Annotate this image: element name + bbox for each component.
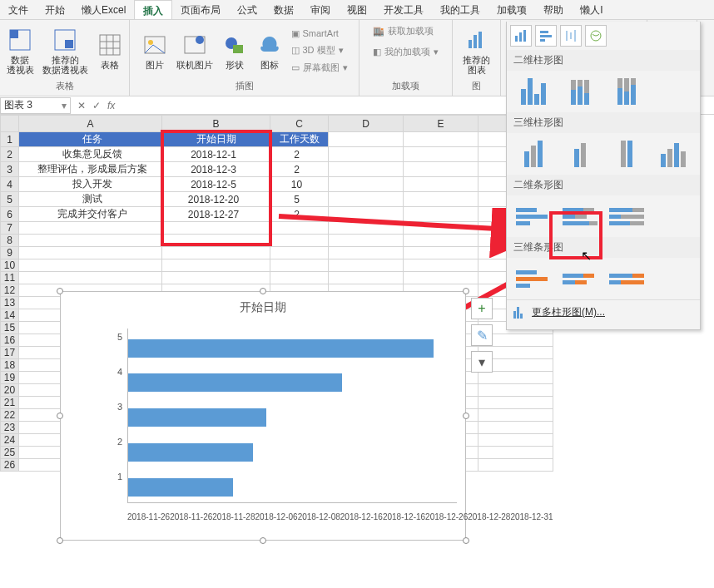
tab-review[interactable]: 审阅	[302, 0, 339, 19]
tab-insert[interactable]: 插入	[134, 0, 172, 19]
tab-view[interactable]: 视图	[339, 0, 375, 19]
tab-addins[interactable]: 加载项	[488, 0, 535, 19]
cell[interactable]: 2018-12-5	[162, 177, 270, 192]
row-header[interactable]: 8	[1, 235, 19, 247]
fx-icon[interactable]: fx	[107, 100, 115, 111]
cell[interactable]: 投入开发	[19, 177, 162, 192]
cell[interactable]: 2018-12-3	[162, 162, 270, 177]
stock-chart-dropdown[interactable]	[560, 25, 582, 47]
row-header[interactable]: 10	[1, 259, 19, 272]
name-box[interactable]: 图表 3 ▾	[0, 97, 71, 114]
icons-button[interactable]: 图标	[255, 30, 285, 72]
tab-formulas[interactable]: 公式	[229, 0, 265, 19]
row-header[interactable]: 17	[1, 347, 19, 359]
chevron-down-icon[interactable]: ▾	[62, 100, 67, 111]
row-header[interactable]: 23	[1, 422, 19, 434]
more-column-charts[interactable]: 更多柱形图(M)...	[507, 299, 700, 324]
row-header[interactable]: 11	[1, 272, 19, 284]
cell[interactable]: 2	[270, 147, 329, 162]
chart-3d-stacked-bar[interactable]	[560, 263, 600, 294]
row-header[interactable]: 7	[1, 222, 19, 235]
row-header[interactable]: 2	[1, 147, 19, 162]
table-button[interactable]: 表格	[95, 30, 125, 72]
cell[interactable]: 收集意见反馈	[19, 147, 162, 162]
row-header[interactable]: 25	[1, 447, 19, 459]
chart-elements-button[interactable]: +	[471, 298, 493, 319]
chart-title[interactable]: 开始日期	[61, 292, 465, 319]
picture-button[interactable]: 图片	[140, 30, 170, 72]
cell[interactable]: 2018-12-27	[162, 207, 270, 222]
my-addins-button[interactable]: ◧我的加载项▾	[371, 44, 440, 60]
chart-3d-stacked-column[interactable]	[560, 138, 600, 170]
row-header[interactable]: 6	[1, 207, 19, 222]
col-header-D[interactable]: D	[329, 116, 404, 132]
col-header-E[interactable]: E	[404, 116, 478, 132]
cell[interactable]	[329, 132, 404, 147]
row-header[interactable]: 3	[1, 162, 19, 177]
cell[interactable]: 2	[270, 162, 329, 177]
row-header[interactable]: 21	[1, 397, 19, 409]
tab-developer[interactable]: 开发工具	[375, 0, 432, 19]
cell[interactable]: 2	[270, 207, 329, 222]
row-header[interactable]: 14	[1, 309, 19, 322]
cell[interactable]: 测试	[19, 192, 162, 207]
header-days[interactable]: 工作天数	[270, 132, 329, 147]
pivot-table-button[interactable]: 数据 透视表	[5, 25, 36, 77]
chart-100-stacked-column[interactable]	[607, 76, 647, 107]
chart-clustered-bar[interactable]	[513, 200, 553, 232]
row-header[interactable]: 16	[1, 334, 19, 347]
cell[interactable]	[404, 132, 478, 147]
chart-3d-clustered-column[interactable]	[513, 138, 553, 170]
chart-100-stacked-bar[interactable]	[607, 200, 647, 232]
row-header[interactable]: 20	[1, 384, 19, 397]
tab-lazy-excel[interactable]: 懒人Excel	[73, 0, 134, 19]
header-start[interactable]: 开始日期	[162, 132, 270, 147]
tab-help[interactable]: 帮助	[535, 0, 572, 19]
cell[interactable]: 5	[270, 192, 329, 207]
cell[interactable]: 完成并交付客户	[19, 207, 162, 222]
row-header[interactable]: 9	[1, 247, 19, 259]
col-header-C[interactable]: C	[270, 116, 329, 132]
row-header[interactable]: 15	[1, 322, 19, 334]
plot-area[interactable]	[127, 329, 457, 503]
cell[interactable]: 10	[270, 177, 329, 192]
chart-3d-100-stacked-bar[interactable]	[607, 263, 647, 294]
row-header[interactable]: 22	[1, 409, 19, 422]
row-header[interactable]: 26	[1, 459, 19, 472]
chart-stacked-column[interactable]	[560, 76, 600, 107]
chart-3d-100-stacked-column[interactable]	[607, 138, 647, 170]
shapes-button[interactable]: 形状	[220, 30, 250, 72]
tab-file[interactable]: 文件	[0, 0, 37, 19]
enter-icon[interactable]: ✓	[92, 100, 101, 111]
tab-home[interactable]: 开始	[37, 0, 73, 19]
tab-lazy2[interactable]: 懒人I	[572, 0, 611, 19]
header-task[interactable]: 任务	[19, 132, 162, 147]
chart-3d-column[interactable]	[653, 138, 693, 170]
screenshot-button[interactable]: ▭屏幕截图▾	[290, 60, 350, 76]
row-header[interactable]: 4	[1, 177, 19, 192]
chart-stacked-bar[interactable]	[560, 200, 600, 232]
cancel-icon[interactable]: ✕	[77, 100, 86, 111]
row-header[interactable]: 13	[1, 297, 19, 309]
row-header[interactable]: 12	[1, 284, 19, 297]
col-header-B[interactable]: B	[162, 116, 270, 132]
col-header-A[interactable]: A	[19, 116, 162, 132]
row-header[interactable]: 19	[1, 372, 19, 384]
recommended-charts-button[interactable]: 推荐的 图表	[461, 25, 492, 77]
chart-clustered-column[interactable]	[513, 76, 553, 107]
tab-data[interactable]: 数据	[265, 0, 302, 19]
cell[interactable]: 2018-12-1	[162, 147, 270, 162]
get-addins-button[interactable]: 🏬获取加载项	[371, 23, 435, 39]
bar-chart-dropdown[interactable]	[535, 25, 557, 47]
cell[interactable]: 2018-12-20	[162, 192, 270, 207]
recommended-pivot-button[interactable]: 推荐的 数据透视表	[41, 25, 90, 77]
row-header[interactable]: 18	[1, 359, 19, 372]
row-header[interactable]: 1	[1, 132, 19, 147]
row-header[interactable]: 24	[1, 434, 19, 447]
chart-3d-clustered-bar[interactable]	[513, 263, 553, 294]
online-picture-button[interactable]: 联机图片	[175, 30, 215, 72]
embedded-chart[interactable]: 开始日期 5 4 3 2 1 2018-11-262018-11-26 2018…	[60, 291, 466, 541]
column-chart-dropdown[interactable]	[510, 25, 532, 47]
row-header[interactable]: 5	[1, 192, 19, 207]
3d-model-button[interactable]: ◫3D 模型▾	[290, 42, 345, 58]
